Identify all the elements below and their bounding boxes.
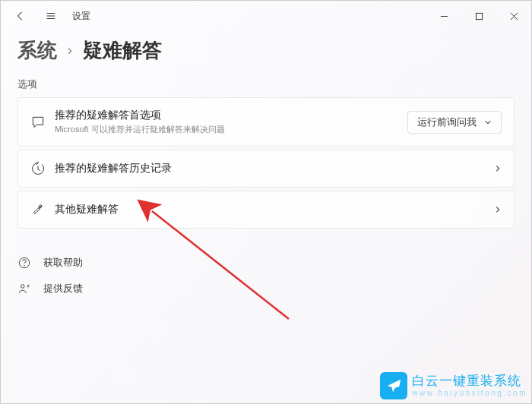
maximize-button[interactable] bbox=[461, 1, 496, 31]
chevron-right-icon bbox=[494, 162, 502, 175]
help-icon bbox=[17, 256, 31, 270]
chevron-right-icon bbox=[494, 203, 502, 216]
card-recommended-preferences[interactable]: 推荐的疑难解答首选项 Microsoft 可以推荐并运行疑难解答来解决问题 运行… bbox=[17, 97, 515, 147]
svg-point-3 bbox=[21, 285, 25, 289]
feedback-link[interactable]: 提供反馈 bbox=[17, 276, 515, 301]
footer-link-label: 获取帮助 bbox=[43, 256, 83, 270]
preference-dropdown[interactable]: 运行前询问我 bbox=[407, 111, 502, 134]
titlebar: 设置 bbox=[1, 1, 531, 31]
watermark: 白云一键重装系统 www.baiyunxitong.com bbox=[380, 372, 527, 399]
history-icon bbox=[30, 161, 55, 176]
back-button[interactable] bbox=[7, 2, 34, 30]
watermark-url: www.baiyunxitong.com bbox=[412, 389, 527, 397]
chat-icon bbox=[30, 115, 55, 130]
menu-button[interactable] bbox=[37, 2, 65, 30]
chevron-down-icon bbox=[484, 118, 492, 126]
watermark-title: 白云一键重装系统 bbox=[412, 374, 527, 389]
wrench-icon bbox=[30, 202, 55, 217]
card-other-troubleshooters[interactable]: 其他疑难解答 bbox=[17, 191, 515, 229]
minimize-button[interactable] bbox=[426, 1, 461, 31]
window-title: 设置 bbox=[72, 10, 90, 23]
card-subtitle: Microsoft 可以推荐并运行疑难解答来解决问题 bbox=[55, 124, 407, 135]
svg-rect-0 bbox=[476, 13, 482, 19]
watermark-logo bbox=[380, 372, 407, 399]
footer-link-label: 提供反馈 bbox=[43, 282, 83, 295]
card-title: 推荐的疑难解答历史记录 bbox=[55, 162, 494, 175]
card-history[interactable]: 推荐的疑难解答历史记录 bbox=[17, 150, 515, 188]
dropdown-value: 运行前询问我 bbox=[417, 115, 477, 129]
page-title: 疑难解答 bbox=[83, 37, 162, 64]
breadcrumb-parent[interactable]: 系统 bbox=[17, 37, 57, 64]
get-help-link[interactable]: 获取帮助 bbox=[17, 250, 515, 276]
card-title: 推荐的疑难解答首选项 bbox=[55, 109, 407, 122]
feedback-icon bbox=[17, 282, 31, 295]
section-label: 选项 bbox=[17, 77, 515, 91]
breadcrumb: 系统 › 疑难解答 bbox=[17, 37, 515, 64]
card-title: 其他疑难解答 bbox=[55, 203, 494, 216]
close-button[interactable] bbox=[496, 1, 531, 31]
svg-point-2 bbox=[24, 265, 25, 266]
breadcrumb-separator: › bbox=[68, 43, 72, 58]
